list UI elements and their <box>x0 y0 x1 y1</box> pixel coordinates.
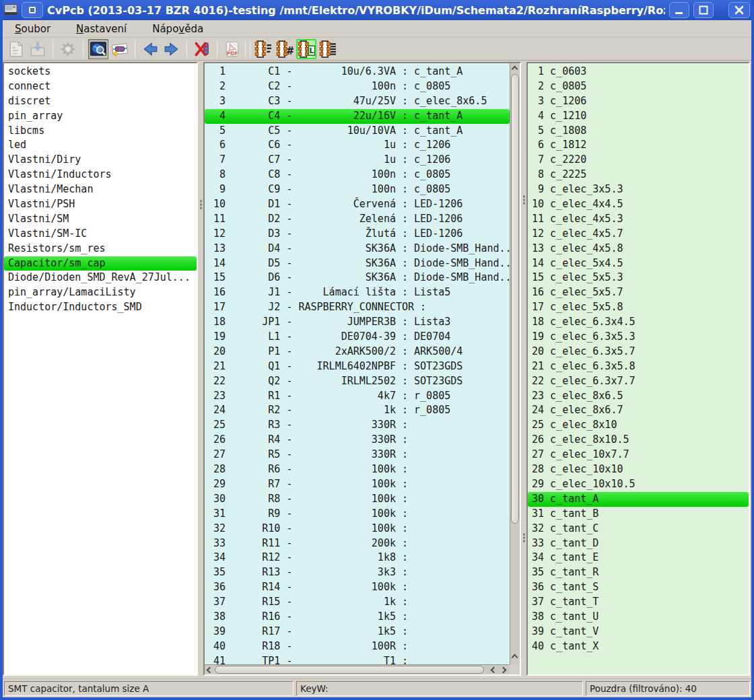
library-row[interactable]: sockets <box>4 65 197 79</box>
footprint-row[interactable]: 33 c_tant_D <box>528 536 749 551</box>
library-row[interactable]: Vlastni/Diry <box>4 153 197 168</box>
component-row[interactable]: 5 C5 - 10u/10VA : c_tant_A <box>205 124 510 139</box>
footprint-row[interactable]: 14 c_elec_5x4.5 <box>528 256 749 271</box>
component-row[interactable]: 2 C2 - 100n : c_0805 <box>205 79 510 94</box>
component-row[interactable]: 9 C9 - 100n : c_0805 <box>205 182 510 197</box>
open-netlist-button[interactable] <box>6 39 26 59</box>
component-row[interactable]: 3 C3 - 47u/25V : c_elec_8x6.5 <box>205 94 510 109</box>
component-row[interactable]: 31 R9 - 100k : <box>205 507 510 522</box>
library-row[interactable]: connect <box>4 79 197 94</box>
footprint-row[interactable]: 4 c_1210 <box>528 109 749 124</box>
window-menu-button[interactable] <box>22 2 43 18</box>
library-row[interactable]: Inductor/Inductors_SMD <box>4 300 197 315</box>
library-list[interactable]: socketsconnectdiscretpin_arraylibcmsledV… <box>3 62 198 676</box>
footprint-row[interactable]: 37 c_tant_T <box>528 595 749 610</box>
footprint-row[interactable]: 19 c_elec_6.3x5.3 <box>528 330 749 345</box>
component-row[interactable]: 40 R18 - 100R : <box>205 639 510 654</box>
view-selected-footprint-button[interactable] <box>88 39 108 59</box>
library-row[interactable]: pin_array <box>4 109 197 124</box>
component-row[interactable]: 14 D5 - SK36A : Diode-SMB_Hand.. <box>205 256 510 271</box>
scroll-up-arrow-icon[interactable] <box>512 66 518 73</box>
library-row[interactable]: Vlastni/Inductors <box>4 168 197 182</box>
component-row[interactable]: 36 R14 - 100k : <box>205 580 510 595</box>
footprint-row[interactable]: 15 c_elec_5x5.3 <box>528 271 749 285</box>
footprint-row[interactable]: 25 c_elec_8x10 <box>528 418 749 433</box>
footprint-row[interactable]: 9 c_elec_3x5.3 <box>528 182 749 197</box>
component-row[interactable]: 16 J1 - Lámací lišta : Lista5 <box>205 285 510 300</box>
component-row[interactable]: 30 R8 - 100k : <box>205 492 510 507</box>
component-list[interactable]: 1 C1 - 10u/6.3VA : c_tant_A 2 C2 - 100n … <box>205 63 510 664</box>
footprint-row[interactable]: 2 c_0805 <box>528 79 749 94</box>
scroll-right-arrow-icon[interactable] <box>500 667 507 674</box>
footprint-row[interactable]: 38 c_tant_U <box>528 610 749 625</box>
component-row[interactable]: 15 D6 - SK36A : Diode-SMB_Hand.. <box>205 271 510 285</box>
footprint-row[interactable]: 32 c_tant_C <box>528 522 749 536</box>
component-row[interactable]: 25 R3 - 330R : <box>205 418 510 433</box>
library-row[interactable]: Diode/Dioden_SMD_RevA_27Jul... <box>4 271 197 285</box>
footprint-row[interactable]: 36 c_tant_S <box>528 580 749 595</box>
component-row[interactable]: 33 R11 - 200k : <box>205 536 510 551</box>
component-row[interactable]: 18 JP1 - JUMPER3B : Lista3 <box>205 315 510 330</box>
footprint-row[interactable]: 21 c_elec_6.3x5.8 <box>528 359 749 374</box>
footprint-row[interactable]: 27 c_elec_10x7.7 <box>528 448 749 462</box>
vertical-scroll-thumb[interactable] <box>511 74 519 524</box>
footprint-row[interactable]: 20 c_elec_6.3x5.7 <box>528 345 749 359</box>
component-row[interactable]: 24 R2 - 1k : r_0805 <box>205 403 510 418</box>
next-component-button[interactable] <box>162 39 182 59</box>
component-row[interactable]: 27 R5 - 330R : <box>205 448 510 462</box>
library-row[interactable]: pin_array/LamaciListy <box>4 285 197 300</box>
component-row[interactable]: 11 D2 - Zelená : LED-1206 <box>205 212 510 227</box>
component-horizontal-scrollbar[interactable] <box>205 664 510 674</box>
component-row[interactable]: 23 R1 - 4k7 : r_0805 <box>205 389 510 404</box>
footprint-row[interactable]: 10 c_elec_4x4.5 <box>528 197 749 212</box>
footprint-row[interactable]: 35 c_tant_R <box>528 565 749 580</box>
component-row[interactable]: 19 L1 - DE0704-39 : DE0704 <box>205 330 510 345</box>
component-row[interactable]: 37 R15 - 1k : <box>205 595 510 610</box>
footprint-row[interactable]: 23 c_elec_8x6.5 <box>528 389 749 404</box>
library-row[interactable]: led <box>4 138 197 153</box>
component-row[interactable]: 26 R4 - 330R : <box>205 433 510 448</box>
component-row[interactable]: 12 D3 - Žlutá : LED-1206 <box>205 227 510 242</box>
previous-component-button[interactable] <box>140 39 160 59</box>
component-row[interactable]: 28 R6 - 100k : <box>205 462 510 477</box>
footprint-row[interactable]: 7 c_2220 <box>528 153 749 168</box>
splitter-right[interactable] <box>521 62 526 676</box>
footprint-row[interactable]: 40 c_tant_X <box>528 639 749 654</box>
library-row[interactable]: discret <box>4 94 197 109</box>
footprint-row[interactable]: 28 c_elec_10x10 <box>528 462 749 477</box>
scroll-left-arrow-icon[interactable] <box>491 667 498 674</box>
footprint-row[interactable]: 5 c_1808 <box>528 124 749 139</box>
component-row[interactable]: 1 C1 - 10u/6.3VA : c_tant_A <box>205 65 510 79</box>
close-button[interactable] <box>728 2 750 18</box>
component-row[interactable]: 6 C6 - 1u : c_1206 <box>205 138 510 153</box>
component-row[interactable]: 17 J2 - RASPBERRY_CONNECTOR : <box>205 300 510 315</box>
library-row[interactable]: Vlastni/SM-IC <box>4 227 197 242</box>
library-row[interactable]: Resistors/sm_res <box>4 242 197 256</box>
component-row[interactable]: 39 R17 - 1k5 : <box>205 625 510 639</box>
horizontal-scroll-thumb[interactable] <box>215 666 484 674</box>
component-row[interactable]: 29 R7 - 100k : <box>205 477 510 492</box>
menu-soubor[interactable]: Soubor <box>9 22 56 36</box>
footprint-filter-library-button[interactable]: L <box>296 39 316 59</box>
library-row[interactable]: Capacitor/sm_cap <box>4 256 197 271</box>
footprint-row[interactable]: 34 c_tant_E <box>528 551 749 565</box>
component-row[interactable]: 35 R13 - 3k3 : <box>205 565 510 580</box>
component-row[interactable]: 32 R10 - 100k : <box>205 522 510 536</box>
component-row[interactable]: 41 TP1 - T1 : <box>205 654 510 664</box>
component-row[interactable]: 7 C7 - 1u : c_1206 <box>205 153 510 168</box>
library-row[interactable]: Vlastni/PSH <box>4 197 197 212</box>
component-row[interactable]: 8 C8 - 100n : c_0805 <box>205 168 510 182</box>
footprint-row[interactable]: 17 c_elec_5x5.8 <box>528 300 749 315</box>
footprint-row[interactable]: 1 c_0603 <box>528 65 749 79</box>
footprint-row[interactable]: 30 c_tant_A <box>528 492 749 507</box>
footprint-row[interactable]: 22 c_elec_6.3x7.7 <box>528 374 749 389</box>
titlebar[interactable]: CvPcb (2013-03-17 BZR 4016)-testing /mnt… <box>0 0 754 20</box>
footprint-row[interactable]: 16 c_elec_5x5.7 <box>528 285 749 300</box>
component-row[interactable]: 4 C4 - 22u/16V : c_tant_A <box>205 109 510 124</box>
footprint-full-list-button[interactable] <box>318 39 338 59</box>
footprint-row[interactable]: 3 c_1206 <box>528 94 749 109</box>
footprint-row[interactable]: 39 c_tant_V <box>528 625 749 639</box>
component-row[interactable]: 38 R16 - 1k5 : <box>205 610 510 625</box>
footprint-filter-keyword-button[interactable] <box>253 39 273 59</box>
footprint-row[interactable]: 18 c_elec_6.3x4.5 <box>528 315 749 330</box>
